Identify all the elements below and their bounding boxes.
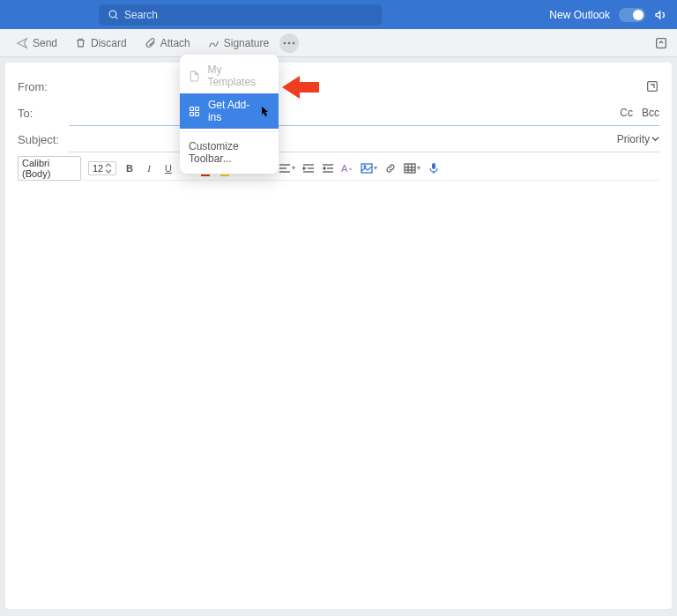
menu-get-addins[interactable]: Get Add-ins [180,93,279,129]
signature-label: Signature [224,37,269,49]
search-input[interactable]: Search [99,4,382,26]
search-placeholder: Search [124,9,158,21]
svg-rect-32 [432,163,435,169]
to-row: To: Cc Bcc [18,100,659,126]
font-selector[interactable]: Calibri (Body) [18,156,81,181]
to-label: To: [18,107,69,120]
from-label: From: [18,80,69,93]
app-header: Search New Outlook [0,0,677,29]
dictate-button[interactable] [428,161,440,175]
paperclip-icon [145,37,156,48]
svg-rect-5 [657,38,666,48]
discard-label: Discard [91,37,127,49]
indent-button[interactable] [322,161,334,175]
from-row: From: [18,73,659,100]
header-right: New Outlook [549,8,668,22]
font-size-selector[interactable]: 12 [88,161,116,175]
send-icon [16,37,28,49]
subject-label: Subject: [18,133,69,146]
addins-icon [189,106,201,117]
new-outlook-label: New Outlook [549,9,610,21]
priority-button[interactable]: Priority [617,133,659,145]
new-outlook-toggle[interactable] [619,8,645,22]
link-button[interactable] [384,161,397,175]
send-label: Send [33,37,57,49]
clear-formatting-button[interactable]: A⌄ [341,161,353,175]
signature-icon [208,37,219,48]
attach-label: Attach [160,37,190,49]
signature-button[interactable]: Signature [201,34,276,52]
send-button[interactable]: Send [9,34,64,52]
menu-my-templates[interactable]: My Templates [180,58,279,93]
bold-button[interactable]: B [123,161,136,175]
svg-point-4 [293,41,295,44]
svg-point-26 [364,166,366,167]
trash-icon [75,37,86,48]
italic-button[interactable]: I [143,161,155,175]
discard-button[interactable]: Discard [68,34,134,52]
svg-rect-33 [190,107,194,110]
compose-pane: From: To: Cc Bcc Subject: Priority Calib… [5,63,672,609]
svg-rect-27 [405,164,415,173]
format-toolbar: Calibri (Body) 12 B I U ab A▾ ✎▾ ▾ A⌄ ▾ [18,160,659,181]
priority-label: Priority [617,133,650,145]
table-button[interactable]: ▾ [404,161,420,175]
outdent-button[interactable] [302,161,315,175]
svg-point-2 [284,41,286,44]
menu-my-templates-label: My Templates [207,63,270,88]
svg-rect-36 [196,112,199,115]
menu-get-addins-label: Get Add-ins [208,99,263,123]
menu-customize-label: Customize Toolbar... [189,140,270,165]
more-button[interactable] [279,33,299,53]
from-expand-icon[interactable] [645,79,659,93]
toolbar-right [654,36,668,50]
svg-point-3 [288,41,291,44]
attach-button[interactable]: Attach [138,34,197,52]
svg-rect-6 [648,82,658,92]
align-button[interactable]: ▾ [279,161,295,175]
bcc-button[interactable]: Bcc [642,107,659,119]
to-input[interactable]: Cc Bcc [69,100,659,126]
svg-line-1 [115,17,117,19]
more-dropdown: My Templates Get Add-ins Customize Toolb… [180,55,279,174]
subject-row: Subject: Priority [18,126,659,152]
menu-customize-toolbar[interactable]: Customize Toolbar... [180,135,279,170]
insert-picture-button[interactable]: ▾ [361,161,377,175]
megaphone-icon[interactable] [654,8,668,22]
templates-icon [189,71,200,82]
svg-point-0 [109,11,116,18]
search-icon [108,9,119,20]
cursor-icon [261,106,270,116]
tutorial-arrow-icon [282,76,319,99]
cc-button[interactable]: Cc [620,107,633,119]
compose-toolbar: Send Discard Attach Signature [0,29,677,57]
popout-icon[interactable] [654,36,668,50]
svg-rect-34 [196,107,199,110]
menu-separator [180,131,279,132]
subject-input[interactable]: Priority [69,126,659,152]
underline-button[interactable]: U [162,161,175,175]
ellipsis-icon [283,41,295,45]
svg-rect-35 [190,112,194,115]
